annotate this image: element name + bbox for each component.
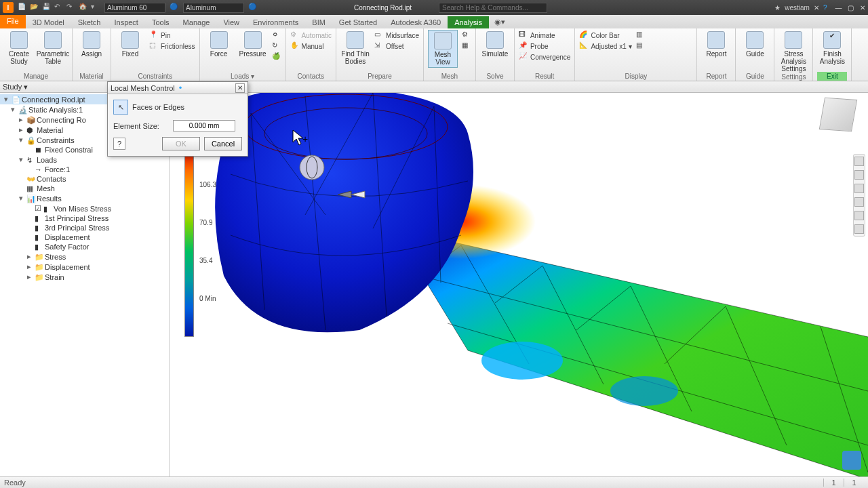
tab-manage[interactable]: Manage	[176, 16, 217, 28]
display-scale-select[interactable]: 📐Adjusted x1 ▾	[579, 41, 631, 52]
graphics-viewport[interactable]: 141.8 106.3 70.9 35.4 0 Min z x	[170, 93, 868, 476]
loads-extra-3[interactable]: 🍏	[272, 52, 281, 62]
nav-home-icon[interactable]	[854, 157, 864, 166]
qat-undo-icon[interactable]: ↶	[54, 3, 64, 12]
tab-bim[interactable]: BIM	[305, 16, 332, 28]
nav-orbit-icon[interactable]	[854, 170, 864, 180]
mesh-view-button[interactable]: Mesh View	[428, 30, 458, 68]
tab-file[interactable]: File	[0, 15, 26, 28]
nav-pan-icon[interactable]	[854, 184, 864, 193]
mesh-icon: ▦	[26, 184, 35, 192]
panel-loads[interactable]: Loads ▾	[204, 72, 281, 81]
close-icon[interactable]: ✕	[860, 4, 865, 12]
qat-save-icon[interactable]: 💾	[42, 3, 52, 12]
tree-disp[interactable]: ▮Displacement	[0, 232, 169, 242]
manual-contacts-button[interactable]: ✋Manual	[290, 41, 332, 52]
help-icon[interactable]: ?	[823, 4, 827, 12]
fixed-constraint-button[interactable]: Fixed	[115, 30, 145, 58]
settings-button[interactable]: Stress Analysis Settings	[778, 30, 808, 73]
search-input[interactable]	[439, 3, 547, 13]
midsurface-button[interactable]: ▭Midsurface	[374, 30, 419, 41]
loads-extra-2[interactable]: ↻	[272, 41, 281, 52]
tree-disp2[interactable]: ▸📁Displacement	[0, 262, 169, 272]
tree-p1[interactable]: ▮1st Principal Stress	[0, 214, 169, 223]
legend-tick: 0 Min	[199, 295, 216, 333]
material-selector-1[interactable]	[104, 3, 165, 13]
colorbar-button[interactable]: 🌈Color Bar	[579, 30, 631, 41]
tab-tools[interactable]: Tools	[145, 16, 176, 28]
qat-redo-icon[interactable]: ↷	[66, 3, 76, 12]
tree-p3[interactable]: ▮3rd Principal Stress	[0, 223, 169, 232]
simulate-button[interactable]: Simulate	[480, 30, 510, 58]
tree-contacts[interactable]: 👐Contacts	[0, 174, 169, 184]
tree-mesh[interactable]: ▦Mesh	[0, 184, 169, 193]
loads-extra-1[interactable]: ⭘	[272, 30, 281, 41]
appearance-icon-2[interactable]: 🔵	[248, 3, 258, 12]
qat-open-icon[interactable]: 📂	[30, 3, 39, 12]
exchange-icon[interactable]: ✕	[814, 4, 819, 12]
finish-analysis-button[interactable]: ✔Finish Analysis	[817, 30, 847, 65]
element-size-label: Element Size:	[113, 122, 169, 130]
guide-button[interactable]: Guide	[740, 30, 770, 58]
tab-env[interactable]: Environments	[246, 16, 305, 28]
force-button[interactable]: Force	[204, 30, 234, 58]
pin-constraint-button[interactable]: 📍Pin	[149, 30, 195, 41]
animate-button[interactable]: 🎞Animate	[519, 30, 570, 41]
convergence-button[interactable]: 📈Convergence	[519, 52, 570, 62]
dialog-pin-icon[interactable]: •	[179, 83, 182, 93]
study-icon: 🔬	[18, 106, 26, 114]
nav-fullnav-icon[interactable]	[854, 224, 864, 234]
nav-lookat-icon[interactable]	[854, 211, 864, 220]
tree-vm[interactable]: ☑▮Von Mises Stress	[0, 203, 169, 214]
tree-sf[interactable]: ▮Safety Factor	[0, 242, 169, 251]
element-size-input[interactable]	[173, 120, 235, 131]
dialog-close-icon[interactable]: ✕	[235, 83, 245, 93]
tab-view[interactable]: View	[216, 16, 246, 28]
maximize-icon[interactable]: ▢	[848, 4, 854, 12]
signin-icon[interactable]: ★	[774, 4, 781, 12]
qat-more-icon[interactable]: ▾	[91, 3, 100, 12]
cancel-button[interactable]: Cancel	[204, 137, 242, 150]
tab-analysis[interactable]: Analysis	[448, 16, 489, 28]
appearance-icon[interactable]: 🔵	[170, 3, 179, 12]
faces-label: Faces or Edges	[132, 103, 184, 111]
share-button[interactable]	[842, 451, 861, 470]
dialog-title: Local Mesh Control	[111, 84, 175, 92]
panel-constraints: Constraints	[115, 72, 195, 81]
frictionless-button[interactable]: ⬚Frictionless	[149, 41, 195, 52]
create-study-button[interactable]: Create Study	[4, 30, 34, 65]
display-extra-1[interactable]: ▥	[636, 30, 646, 41]
tab-overflow-icon[interactable]: ◉▾	[489, 16, 511, 28]
local-mesh-button[interactable]: ▦	[462, 41, 471, 52]
ok-button[interactable]: OK	[162, 137, 200, 150]
tab-start[interactable]: Get Started	[332, 16, 384, 28]
find-thin-button[interactable]: Find Thin Bodies	[340, 30, 370, 65]
select-faces-button[interactable]: ↖	[113, 100, 128, 115]
automatic-contacts-button[interactable]: ⚙Automatic	[290, 30, 332, 41]
mesh-settings-button[interactable]: ⚙	[462, 30, 471, 41]
user-name[interactable]: westiam	[785, 4, 810, 12]
tree-stress[interactable]: ▸📁Stress	[0, 251, 169, 262]
minimize-icon[interactable]: —	[835, 4, 842, 12]
display-extra-2[interactable]: ▤	[636, 41, 646, 52]
pressure-button[interactable]: Pressure	[238, 30, 268, 58]
qat-new-icon[interactable]: 📄	[18, 3, 27, 12]
material-selector-2[interactable]	[183, 3, 244, 13]
tab-a360[interactable]: Autodesk A360	[384, 16, 448, 28]
tab-model[interactable]: 3D Model	[26, 16, 71, 28]
nav-zoom-icon[interactable]	[854, 197, 864, 207]
qat-home-icon[interactable]: 🏠	[79, 3, 88, 12]
tree-force[interactable]: →Force:1	[0, 165, 169, 174]
study-dropdown[interactable]: Study ▾	[3, 83, 28, 92]
tab-inspect[interactable]: Inspect	[107, 16, 144, 28]
report-button[interactable]: Report	[701, 30, 731, 58]
assign-material-button[interactable]: Assign	[77, 30, 106, 58]
view-cube[interactable]	[819, 98, 857, 132]
tab-sketch[interactable]: Sketch	[71, 16, 108, 28]
dialog-help-icon[interactable]: ?	[113, 138, 125, 150]
offset-button[interactable]: ⇲Offset	[374, 41, 419, 52]
tree-results[interactable]: ▾📊Results	[0, 193, 169, 203]
tree-strain[interactable]: ▸📁Strain	[0, 272, 169, 282]
probe-button[interactable]: 📌Probe	[519, 41, 570, 52]
parametric-table-button[interactable]: Parametric Table	[38, 30, 68, 65]
